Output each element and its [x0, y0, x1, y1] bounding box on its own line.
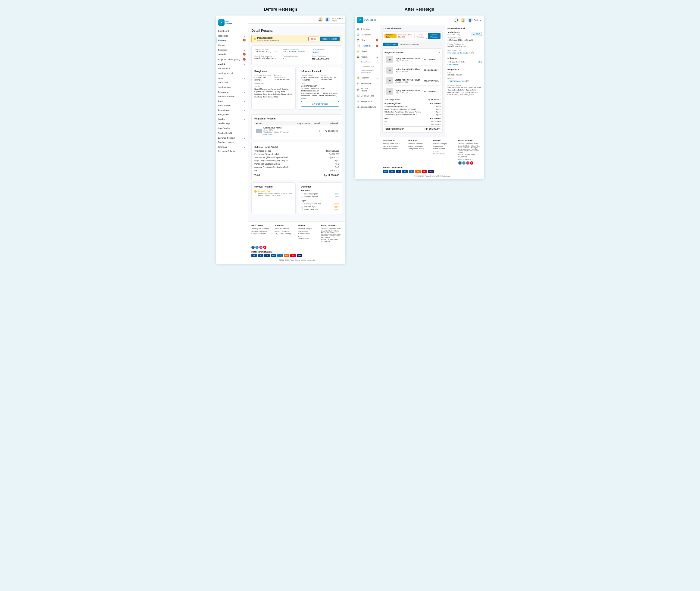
sidebar-data-penawaran[interactable]: Data Penawaran: [216, 94, 248, 98]
after-proses-button[interactable]: Terima Pesanan: [428, 33, 440, 39]
after-payment-logos: BNI 46 M BRI S BRI MC VISA: [383, 170, 482, 173]
sidebar-buat-tender[interactable]: Buat Tender: [216, 126, 248, 131]
metode-pembayaran: Metode Pembayaran Mandiri Virtual Accoun…: [255, 55, 281, 60]
after-data-produk[interactable]: Data Produk: [359, 60, 380, 64]
after-sidebar-dashboard[interactable]: 📊 Dashboard: [355, 32, 380, 38]
before-sidebar: P PaDiUMKM Dashboard Transaksi ▲ Pesanan…: [216, 15, 248, 264]
lihat-detail-link[interactable]: Lihat Detail: [264, 133, 272, 135]
after-sidebar-toko[interactable]: 🗺 Toko Map: [355, 26, 380, 32]
payment-section: Metode Pembayaran BNI 46 M BRI S BRI MC …: [252, 251, 342, 257]
after-tolak-button[interactable]: Tolak Pesanan: [415, 33, 427, 39]
facebook-icon[interactable]: f: [252, 246, 255, 249]
alamat-block: Alamat Penerima Adriani Kartasari, 08123…: [447, 84, 482, 96]
product-thumb-0: 💻: [387, 56, 393, 63]
youtube-icon[interactable]: ▶: [263, 246, 266, 249]
after-payment: Metode Pembayaran BNI 46 M BRI S BRI MC …: [383, 167, 482, 173]
sidebar-dashboard[interactable]: Dashboard: [216, 28, 248, 33]
after-sidebar-dekorasi[interactable]: 🏪 Dekorasi Toko: [355, 93, 380, 98]
pembeli-card: Informasi Pembeli Nama Pembeli Naufal Mu…: [298, 67, 342, 110]
bisnis-badge: Bisnis: [312, 51, 319, 54]
after-sidebar-promosi[interactable]: 📢 Promosi Produk ▲: [355, 86, 380, 93]
sidebar-pengaturan[interactable]: Pengaturan: [216, 112, 248, 117]
after-chat-icon[interactable]: 💬: [454, 18, 459, 23]
sidebar-ulasan[interactable]: Ulasan: [216, 43, 248, 48]
product-thumb-1: 💻: [387, 67, 393, 74]
after-bulk-produk[interactable]: Tambah Produk secara Bulk: [359, 69, 380, 75]
after-tambah-produk[interactable]: Tambah Produk: [359, 64, 380, 69]
chevron-icon-4: ▲: [244, 77, 246, 79]
after-facebook-icon[interactable]: f: [458, 161, 462, 165]
chevron-icon-3: ▲: [244, 63, 246, 66]
before-content: Detail Pesanan Pesanan Baru Segera prose…: [248, 26, 345, 221]
doc-proforma-link[interactable]: Lihat: [335, 196, 339, 198]
after-chat-button[interactable]: 💬 Chat: [471, 32, 482, 36]
after-sidebar-ulasan[interactable]: ⭐ Ulasan: [355, 49, 380, 54]
comparison-container: Before Redesign P PaDiUMKM Dashboard Tra…: [5, 7, 695, 264]
after-sidebar-chat[interactable]: 💬 Chat !: [355, 38, 380, 43]
after-doc-so-link[interactable]: Lihat: [478, 61, 482, 63]
after-avatar: 👤: [468, 18, 473, 23]
after-youtube-icon[interactable]: ▶: [470, 161, 473, 165]
sidebar-tambah-produk[interactable]: Tambah Produk: [216, 71, 248, 76]
notification-icon[interactable]: 🔔: [318, 17, 323, 22]
after-body: 🗺 Toko Map 📊 Dashboard 💬 Chat ! 📋: [355, 25, 484, 179]
after-footer-info: Informasi Panduan Pembeli Aturan Pengiri…: [408, 139, 431, 165]
footer-col-bantuan: Butuh Bantuan? Telkom Landmark Tower Jl.…: [321, 224, 342, 243]
total-pembayaran: Total Pembayaran Rp. 80.300.444: [384, 126, 440, 131]
after-notif-icon[interactable]: 🔔: [461, 18, 466, 23]
after-pengaturan-icon: ⚙: [356, 100, 360, 103]
biaya-row-3: Dibebankan Pengiriman Ditanggung Penjual…: [384, 111, 440, 113]
badge-pesanan: !: [243, 39, 246, 42]
user-role: Penjual: [331, 20, 343, 22]
ringkasan-accordion[interactable]: Ringkasan Pesanan ▲: [384, 51, 440, 55]
after-sidebar-pinjaman[interactable]: 💰 Pinjaman ▲: [355, 75, 380, 80]
instagram-icon[interactable]: ig: [259, 246, 263, 249]
status-bar: Pesanan Baru batas terima 1 hari 11 det …: [382, 31, 442, 40]
sidebar-tender-saya[interactable]: Tender Saya: [216, 121, 248, 126]
chat-pembeli-button[interactable]: 💬 Chat Pembeli: [301, 101, 339, 107]
sidebar-data-produk[interactable]: Data Produk: [216, 66, 248, 71]
bni46-logo: 46: [258, 254, 264, 257]
after-sidebar-pengaturan[interactable]: ⚙ Pengaturan: [355, 98, 380, 104]
sidebar-kotak-pesan[interactable]: Kotak Pesan: [216, 103, 248, 108]
sidebar-rencana-belanja[interactable]: Rencana Belanja: [216, 149, 248, 153]
after-sidebar-bantuan[interactable]: ⚖ Bantuan Hukum: [355, 104, 380, 110]
bantuan-icon: ⚖: [356, 105, 360, 109]
sidebar-tersedia[interactable]: Tersedia !: [216, 52, 248, 57]
after-instagram-icon[interactable]: ig: [466, 161, 470, 165]
back-icon[interactable]: ←: [382, 27, 384, 29]
ulasan-icon: ⭐: [356, 50, 360, 53]
proses-button[interactable]: Proses Pesanan: [320, 37, 340, 41]
lihat-semua-link[interactable]: Lihat Semua: [447, 64, 482, 66]
sidebar-pengaturan-header: Pengaturan ▲: [216, 108, 248, 112]
copy-icon[interactable]: 📋: [471, 51, 474, 54]
sidebar-tender-bumn[interactable]: Tender BUMN: [216, 131, 248, 135]
sidebar-pesanan[interactable]: Pesanan !: [216, 38, 248, 43]
doc-bukti: 📄 Bukti Lapor SPT PPn Unggah: [301, 203, 339, 205]
sidebar-transaksi-header: Transaksi ▲: [216, 33, 248, 38]
before-social: f t ig ▶: [252, 246, 342, 249]
ringkasan-chevron: ▲: [439, 52, 440, 54]
copy-resi-icon[interactable]: 📋: [466, 80, 469, 82]
after-sidebar-penawaran[interactable]: 🏷 Penawaran ▲: [355, 80, 380, 86]
pajak-section: Pajak: [301, 200, 339, 202]
total-row: Total Rp 11.000.000: [255, 173, 339, 177]
twitter-icon[interactable]: t: [255, 246, 259, 249]
sidebar-tender-header: Tender ▲: [216, 117, 248, 121]
after-sidebar-produk[interactable]: 📦 Produk ▲: [355, 54, 380, 60]
tab-pesanan-baru[interactable]: Pesanan Baru: [383, 43, 398, 46]
doc-so-link[interactable]: Lihat: [335, 193, 339, 195]
after-app: P PaDi UMKM 💬 🔔 👤 Divda M. 🗺: [355, 15, 484, 179]
after-twitter-icon[interactable]: t: [462, 161, 466, 165]
sidebar-data-jasa[interactable]: Data Jasa: [216, 80, 248, 85]
tolak-button[interactable]: Tolak: [308, 37, 318, 41]
after-bri-logo: BRI: [402, 170, 408, 173]
sidebar-bantuan-hukum[interactable]: Bantuan Hukum: [216, 140, 248, 144]
after-sidebar-transaksi[interactable]: 📋 Transaksi !: [355, 43, 380, 49]
chevron-icon-10: ▲: [244, 146, 246, 148]
tab-menunggu[interactable]: Menunggu Pembayaran: [398, 43, 422, 46]
sidebar-tambah-jasa[interactable]: Tambah Jasa: [216, 85, 248, 89]
promosi-chevron: ▲: [376, 89, 378, 91]
sidebar-pinjaman-berlangsung[interactable]: Pinjaman Berlangsung !: [216, 57, 248, 62]
biaya-pengiriman-section: Biaya Pengiriman Rp.100.000: [384, 102, 440, 105]
